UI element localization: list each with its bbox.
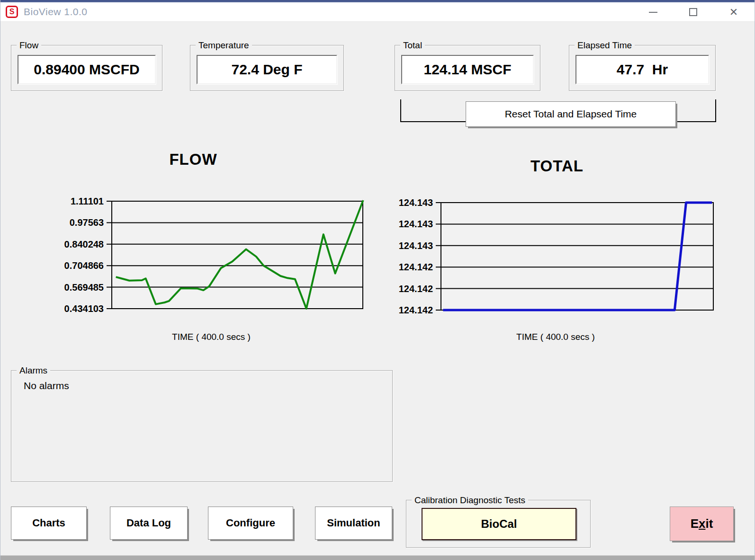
maximize-icon <box>689 8 697 16</box>
alarm-status-text: No alarms <box>24 380 69 391</box>
plot-area <box>112 201 363 309</box>
flow-group-label: Flow <box>17 40 41 51</box>
chart-title: FLOW <box>169 151 217 168</box>
x-axis-label: TIME ( 400.0 secs ) <box>516 332 595 342</box>
taskbar-edge <box>0 555 755 560</box>
temperature-groupbox: Temperature 72.4 Deg F <box>190 45 344 91</box>
calibration-groupbox: Calibration Diagnostic Tests BioCal <box>406 500 591 548</box>
y-tick-label: 0.704866 <box>64 260 104 271</box>
y-tick-label: 0.97563 <box>70 217 104 228</box>
y-tick-label: 0.840248 <box>64 239 104 249</box>
y-tick-label: 124.142 <box>399 262 433 272</box>
app-logo-letter: S <box>9 7 15 17</box>
temperature-value-display: 72.4 Deg F <box>197 55 337 84</box>
reset-bracket-right <box>715 99 716 122</box>
simulation-button[interactable]: Simulation <box>315 507 392 540</box>
close-button[interactable]: ✕ <box>720 2 747 22</box>
y-tick-label: 124.142 <box>399 305 433 315</box>
data-log-button[interactable]: Data Log <box>110 507 188 540</box>
exit-button[interactable]: Exit <box>670 507 734 541</box>
total-chart: TOTAL124.143124.143124.143124.142124.142… <box>389 142 730 350</box>
y-tick-label: 124.143 <box>399 240 433 251</box>
simulation-button-label: Simulation <box>327 517 380 529</box>
bioview-window: S BioView 1.0.0 ✕ Flow 0.89400 MSCFD Tem… <box>0 0 755 560</box>
alarms-group-label: Alarms <box>17 365 50 376</box>
flow-groupbox: Flow 0.89400 MSCFD <box>11 45 162 91</box>
biocal-button[interactable]: BioCal <box>422 508 576 540</box>
y-tick-label: 124.143 <box>399 219 433 229</box>
minimize-button[interactable] <box>640 2 666 22</box>
elapsed-time-group-label: Elapsed Time <box>575 40 635 51</box>
calibration-group-label: Calibration Diagnostic Tests <box>412 495 528 506</box>
flow-chart: FLOW1.111010.975630.8402480.7048660.5694… <box>48 142 379 350</box>
window-title: BioView 1.0.0 <box>24 6 88 18</box>
total-chart-svg: TOTAL124.143124.143124.143124.142124.142… <box>389 142 730 350</box>
data-log-button-label: Data Log <box>126 517 171 529</box>
flow-chart-svg: FLOW1.111010.975630.8402480.7048660.5694… <box>48 142 379 350</box>
exit-button-label: Exit <box>691 516 713 531</box>
reset-bracket-left <box>400 99 401 122</box>
y-tick-label: 0.434103 <box>64 303 104 314</box>
flow-value-display: 0.89400 MSCFD <box>18 55 156 84</box>
biocal-button-label: BioCal <box>481 517 517 531</box>
charts-button-label: Charts <box>32 517 65 529</box>
chart-title: TOTAL <box>530 157 584 175</box>
elapsed-time-groupbox: Elapsed Time 47.7 Hr <box>569 45 716 91</box>
y-tick-label: 124.142 <box>399 284 433 294</box>
alarms-groupbox: Alarms No alarms <box>11 370 393 482</box>
charts-button[interactable]: Charts <box>11 507 87 540</box>
maximize-button[interactable] <box>680 2 706 22</box>
total-groupbox: Total 124.14 MSCF <box>395 45 540 91</box>
minimize-icon <box>649 12 657 13</box>
y-tick-label: 1.11101 <box>71 196 104 206</box>
total-value-display: 124.14 MSCF <box>401 55 534 84</box>
app-logo-icon: S <box>6 6 18 18</box>
reset-total-elapsed-button[interactable]: Reset Total and Elapsed Time <box>466 101 676 127</box>
y-tick-label: 0.569485 <box>64 282 104 293</box>
x-axis-label: TIME ( 400.0 secs ) <box>172 332 251 342</box>
plot-area <box>441 203 713 310</box>
reset-button-label: Reset Total and Elapsed Time <box>505 108 637 120</box>
configure-button[interactable]: Configure <box>208 507 293 540</box>
y-tick-label: 124.143 <box>399 197 433 208</box>
total-group-label: Total <box>400 40 425 51</box>
temperature-group-label: Temperature <box>196 40 252 51</box>
configure-button-label: Configure <box>226 517 275 529</box>
close-icon: ✕ <box>729 7 738 18</box>
elapsed-time-value-display: 47.7 Hr <box>575 55 709 84</box>
